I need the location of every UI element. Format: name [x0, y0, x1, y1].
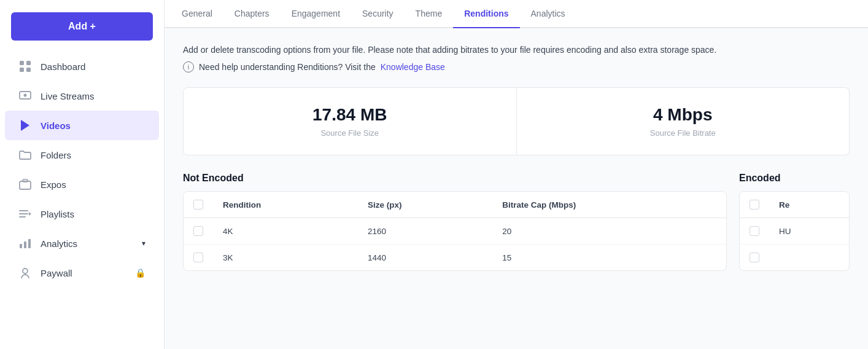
videos-icon [18, 119, 32, 132]
tab-general[interactable]: General [171, 0, 223, 28]
encoded-col-rendition: Re [769, 192, 849, 218]
svg-rect-15 [28, 239, 31, 248]
sidebar-item-label: Live Streams [41, 91, 95, 101]
source-file-size-label: Source File Size [208, 128, 492, 138]
svg-rect-3 [26, 68, 31, 72]
encoded-table-wrapper: Re HU [739, 191, 850, 271]
info-description: Add or delete transcoding options from y… [183, 43, 735, 57]
content-area: Add or delete transcoding options from y… [165, 28, 868, 349]
not-encoded-section: Not Encoded Rendition Size (px) Bitrate … [183, 173, 727, 271]
svg-rect-8 [23, 179, 28, 182]
add-button[interactable]: Add + [11, 12, 153, 41]
sidebar-item-videos[interactable]: Videos [5, 111, 159, 140]
size-cell: 1440 [358, 245, 492, 271]
sidebar-item-label: Dashboard [41, 61, 85, 72]
bitrate-cell: 20 [492, 218, 726, 245]
svg-marker-6 [21, 120, 29, 131]
row-checkbox[interactable] [750, 226, 759, 236]
rendition-cell: HU [769, 218, 849, 245]
not-encoded-col-size: Size (px) [358, 192, 492, 218]
rendition-cell: 4K [213, 218, 358, 245]
table-row: HU [740, 218, 849, 245]
dashboard-icon [18, 60, 32, 73]
svg-rect-14 [24, 241, 26, 248]
sidebar-item-playlists[interactable]: Playlists [5, 199, 159, 229]
svg-rect-2 [20, 68, 24, 72]
sidebar-item-label: Folders [41, 150, 71, 160]
sidebar-item-dashboard[interactable]: Dashboard [5, 52, 159, 81]
renditions-tables: Not Encoded Rendition Size (px) Bitrate … [183, 173, 850, 271]
source-file-bitrate-value: 4 Mbps [541, 105, 825, 125]
encoded-col-check [740, 192, 769, 218]
table-row [740, 245, 849, 271]
tab-chapters[interactable]: Chapters [223, 0, 281, 28]
not-encoded-header-checkbox[interactable] [193, 200, 203, 210]
svg-point-5 [24, 94, 27, 97]
svg-rect-1 [26, 61, 31, 65]
table-row: 4K 2160 20 [184, 218, 726, 245]
tab-theme[interactable]: Theme [405, 0, 454, 28]
row-checkbox[interactable] [193, 253, 203, 262]
svg-rect-7 [20, 181, 31, 189]
sidebar-item-label: Playlists [41, 209, 74, 219]
source-file-bitrate-card: 4 Mbps Source File Bitrate [517, 87, 850, 155]
help-row: i Need help understanding Renditions? Vi… [183, 61, 850, 73]
svg-point-16 [23, 269, 28, 273]
sidebar-item-paywall[interactable]: Paywall 🔒 [5, 258, 159, 288]
rendition-cell: 3K [213, 245, 358, 271]
not-encoded-col-rendition: Rendition [213, 192, 358, 218]
sidebar-item-live-streams[interactable]: Live Streams [5, 81, 159, 111]
svg-rect-13 [20, 244, 22, 248]
sidebar-item-label: Paywall [41, 268, 72, 278]
folders-icon [18, 148, 32, 162]
encoded-header-checkbox[interactable] [750, 200, 759, 210]
bitrate-cell: 15 [492, 245, 726, 271]
not-encoded-table-wrapper: Rendition Size (px) Bitrate Cap (Mbps) 4… [183, 191, 727, 271]
tabs-bar: General Chapters Engagement Security The… [165, 0, 868, 28]
live-streams-icon [18, 89, 32, 103]
sidebar-item-label: Videos [41, 120, 71, 131]
rendition-cell [769, 245, 849, 271]
svg-marker-12 [29, 212, 31, 216]
tab-renditions[interactable]: Renditions [453, 0, 519, 28]
encoded-section: Encoded Re [739, 173, 850, 271]
paywall-icon [18, 266, 32, 280]
analytics-icon [18, 237, 32, 250]
sidebar-item-expos[interactable]: Expos [5, 170, 159, 199]
not-encoded-col-check [184, 192, 213, 218]
sidebar-item-label: Analytics [41, 238, 77, 249]
playlists-icon [18, 207, 32, 221]
expos-icon [18, 178, 32, 191]
help-prefix-text: Need help understanding Renditions? Visi… [199, 62, 376, 72]
not-encoded-col-bitrate: Bitrate Cap (Mbps) [492, 192, 726, 218]
stats-row: 17.84 MB Source File Size 4 Mbps Source … [183, 87, 850, 155]
not-encoded-title: Not Encoded [183, 173, 727, 184]
sidebar-item-folders[interactable]: Folders [5, 140, 159, 170]
row-checkbox[interactable] [193, 226, 203, 236]
tab-analytics[interactable]: Analytics [520, 0, 576, 28]
sidebar: Add + Dashboard Live Streams Videos Fold… [0, 0, 165, 349]
encoded-title: Encoded [739, 173, 850, 184]
lock-icon: 🔒 [135, 268, 145, 278]
size-cell: 2160 [358, 218, 492, 245]
svg-rect-0 [20, 61, 24, 65]
tab-engagement[interactable]: Engagement [281, 0, 351, 28]
tab-security[interactable]: Security [351, 0, 405, 28]
info-circle-icon: i [183, 61, 194, 73]
sidebar-item-label: Expos [41, 179, 66, 190]
source-file-bitrate-label: Source File Bitrate [541, 128, 825, 138]
source-file-size-value: 17.84 MB [208, 105, 492, 125]
encoded-table: Re HU [740, 192, 849, 270]
not-encoded-table: Rendition Size (px) Bitrate Cap (Mbps) 4… [184, 192, 726, 270]
sidebar-item-analytics[interactable]: Analytics ▾ [5, 229, 159, 258]
main-content: General Chapters Engagement Security The… [165, 0, 868, 349]
source-file-size-card: 17.84 MB Source File Size [183, 87, 517, 155]
analytics-expand-icon: ▾ [142, 239, 145, 248]
row-checkbox[interactable] [750, 253, 759, 262]
table-row: 3K 1440 15 [184, 245, 726, 271]
knowledge-base-link[interactable]: Knowledge Base [381, 62, 445, 72]
